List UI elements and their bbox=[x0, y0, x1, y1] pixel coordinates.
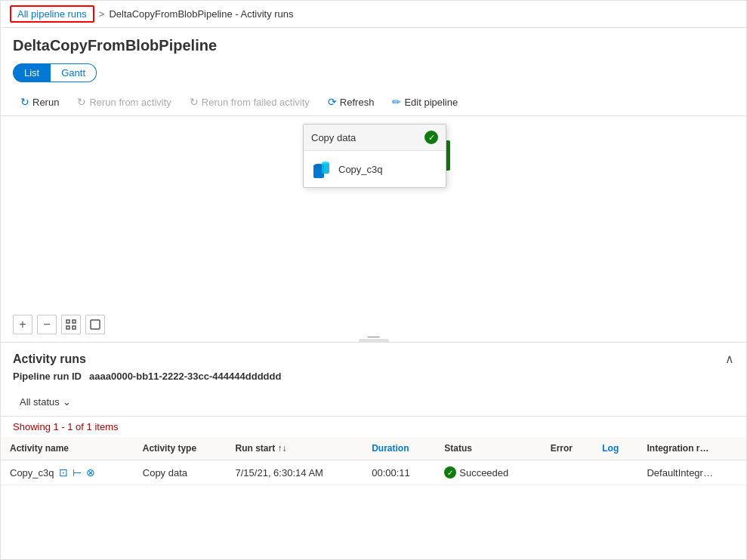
col-status: Status bbox=[435, 437, 541, 460]
activity-table: Activity name Activity type Run start ↑↓… bbox=[1, 437, 746, 485]
refresh-button[interactable]: ⟳ Refresh bbox=[320, 93, 382, 111]
popup-card-body[interactable]: Copy_c3q bbox=[304, 151, 446, 187]
activity-name-label: Copy_c3q bbox=[10, 467, 54, 478]
svg-point-4 bbox=[322, 162, 329, 165]
status-success-icon: ✓ bbox=[444, 466, 456, 478]
status-filter-dropdown[interactable]: All status ⌄ bbox=[13, 392, 78, 411]
row-action-input-icon[interactable]: ⊡ bbox=[59, 466, 68, 478]
svg-rect-7 bbox=[66, 326, 69, 329]
cell-run-start: 7/15/21, 6:30:14 AM bbox=[227, 460, 363, 485]
gantt-view-button[interactable]: Gantt bbox=[51, 63, 97, 82]
svg-rect-3 bbox=[322, 163, 329, 174]
zoom-in-button[interactable]: + bbox=[13, 315, 32, 334]
activity-runs-title: Activity runs bbox=[13, 352, 86, 366]
col-duration: Duration bbox=[363, 437, 435, 460]
svg-rect-5 bbox=[66, 320, 69, 323]
toolbar: ↻ Rerun ↻ Rerun from activity ↻ Rerun fr… bbox=[1, 88, 746, 116]
activity-runs-header: Activity runs ∧ bbox=[1, 343, 746, 369]
popup-success-icon: ✓ bbox=[424, 131, 438, 144]
collapse-chevron-icon[interactable]: ∧ bbox=[725, 352, 734, 366]
view-toggle: List Gantt bbox=[1, 60, 746, 88]
breadcrumb-current: DeltaCopyFromBlobPipeline - Activity run… bbox=[109, 8, 293, 20]
svg-rect-6 bbox=[73, 320, 76, 323]
status-success-cell: ✓ Succeeded bbox=[444, 466, 532, 478]
count-row: Showing 1 - 1 of 1 items bbox=[1, 417, 746, 437]
cell-duration: 00:00:11 bbox=[363, 460, 435, 485]
table-row[interactable]: Copy_c3q ⊡ ⊢ ⊗ Copy data 7/15/21, 6:30:1… bbox=[1, 460, 746, 485]
cell-error bbox=[542, 460, 594, 485]
zoom-out-button[interactable]: − bbox=[37, 315, 57, 334]
copy-data-icon-box bbox=[311, 158, 332, 180]
popup-item-label: Copy_c3q bbox=[338, 164, 383, 175]
popup-card-header: Copy data ✓ bbox=[304, 125, 446, 151]
col-run-start[interactable]: Run start ↑↓ bbox=[227, 437, 363, 460]
col-activity-name: Activity name bbox=[1, 437, 134, 460]
breadcrumb-bar: All pipeline runs > DeltaCopyFromBlobPip… bbox=[1, 1, 746, 28]
list-view-button[interactable]: List bbox=[13, 63, 51, 82]
rerun-button[interactable]: ↻ Rerun bbox=[13, 93, 66, 111]
row-action-output-icon[interactable]: ⊢ bbox=[73, 466, 82, 478]
fullscreen-button[interactable] bbox=[85, 315, 105, 334]
pipeline-run-id-row: Pipeline run ID aaaa0000-bb11-2222-33cc-… bbox=[1, 369, 746, 388]
col-activity-type: Activity type bbox=[134, 437, 227, 460]
activity-popup-card: Copy data ✓ Copy_c3q bbox=[303, 124, 446, 188]
status-filter-chevron-icon: ⌄ bbox=[63, 396, 71, 408]
cell-status: ✓ Succeeded bbox=[435, 460, 541, 485]
breadcrumb-all-pipeline-runs[interactable]: All pipeline runs bbox=[10, 5, 94, 23]
rerun-icon: ↻ bbox=[20, 96, 29, 108]
canvas-area[interactable]: Copy data ✓ Copy_c3q bbox=[1, 116, 746, 343]
pipeline-run-id-label: Pipeline run ID bbox=[13, 371, 82, 382]
col-log: Log bbox=[593, 437, 637, 460]
fullscreen-icon bbox=[90, 319, 100, 330]
pipeline-run-id-value: aaaa0000-bb11-2222-33cc-444444dddddd bbox=[89, 371, 281, 382]
fit-screen-button[interactable] bbox=[61, 315, 81, 334]
filter-row: All status ⌄ bbox=[1, 388, 746, 417]
svg-rect-9 bbox=[91, 320, 100, 329]
breadcrumb-separator: > bbox=[99, 8, 105, 20]
row-actions: ⊡ ⊢ ⊗ bbox=[59, 466, 95, 478]
refresh-icon: ⟳ bbox=[328, 96, 337, 108]
activity-runs-section: Activity runs ∧ Pipeline run ID aaaa0000… bbox=[1, 343, 746, 485]
rerun-from-activity-icon: ↻ bbox=[77, 96, 86, 108]
col-error: Error bbox=[542, 437, 594, 460]
row-action-link-icon[interactable]: ⊗ bbox=[86, 466, 95, 478]
edit-icon: ✏ bbox=[392, 96, 401, 108]
page-title: DeltaCopyFromBlobPipeline bbox=[1, 28, 746, 60]
status-filter-label: All status bbox=[20, 396, 60, 408]
rerun-from-failed-icon: ↻ bbox=[190, 96, 199, 108]
svg-rect-8 bbox=[73, 326, 76, 329]
popup-header-label: Copy data bbox=[311, 132, 356, 143]
cell-activity-type: Copy data bbox=[134, 460, 227, 485]
canvas-controls: + − bbox=[13, 315, 105, 334]
status-label: Succeeded bbox=[459, 467, 508, 478]
app-container: All pipeline runs > DeltaCopyFromBlobPip… bbox=[0, 0, 747, 560]
table-header-row: Activity name Activity type Run start ↑↓… bbox=[1, 437, 746, 460]
col-integration-runtime: Integration r… bbox=[637, 437, 746, 460]
collapse-handle[interactable]: — bbox=[359, 339, 389, 343]
rerun-from-failed-button[interactable]: ↻ Rerun from failed activity bbox=[182, 93, 317, 111]
copy-data-svg-icon bbox=[311, 158, 332, 180]
fit-screen-icon bbox=[66, 319, 76, 330]
edit-pipeline-button[interactable]: ✏ Edit pipeline bbox=[384, 93, 465, 111]
cell-integration-runtime: DefaultIntegr… bbox=[637, 460, 746, 485]
cell-activity-name: Copy_c3q ⊡ ⊢ ⊗ bbox=[1, 460, 134, 485]
cell-log bbox=[593, 460, 637, 485]
rerun-from-activity-button[interactable]: ↻ Rerun from activity bbox=[69, 93, 178, 111]
